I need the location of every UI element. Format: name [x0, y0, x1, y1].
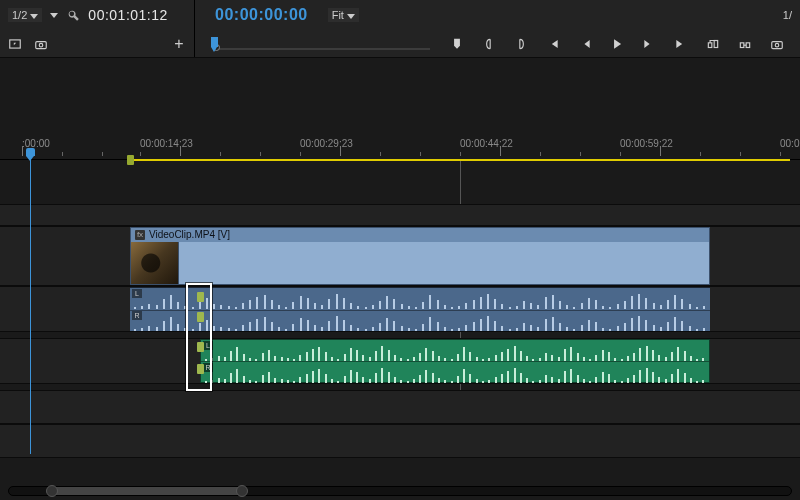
- waveform: [201, 363, 709, 383]
- lift-icon[interactable]: [706, 37, 720, 51]
- ruler-tick: [300, 152, 301, 156]
- zoom-fit-select[interactable]: Fit: [328, 8, 359, 22]
- go-to-in-icon[interactable]: [546, 37, 560, 51]
- chevron-down-icon: [30, 14, 38, 19]
- step-forward-icon[interactable]: [642, 37, 656, 51]
- scroll-cap-left[interactable]: [46, 485, 58, 497]
- track-a3[interactable]: [0, 390, 800, 424]
- tool-row-left: +: [0, 30, 195, 57]
- ruler-tick: [620, 152, 621, 156]
- program-scrub-area[interactable]: [195, 30, 800, 58]
- ruler-tick: [102, 152, 103, 156]
- export-frame-icon[interactable]: [8, 37, 22, 51]
- ruler-tick: [22, 146, 23, 156]
- playback-resolution-select[interactable]: 1/2: [8, 8, 42, 22]
- mark-out-icon[interactable]: [514, 37, 528, 51]
- video-clip-name: VideoClip.MP4 [V]: [149, 228, 230, 242]
- transport-controls: [450, 30, 784, 58]
- ruler-tick: [380, 152, 381, 156]
- source-left-controls: 1/2 00:01:01:12: [0, 0, 195, 30]
- program-position-readout[interactable]: 00:00:00:00: [215, 6, 308, 24]
- keyframe-marker[interactable]: [197, 292, 204, 302]
- work-area-start-handle[interactable]: [127, 155, 134, 165]
- ruler-label: 00:01:14:22: [780, 138, 800, 149]
- go-to-out-icon[interactable]: [674, 37, 688, 51]
- scroll-thumb[interactable]: [52, 487, 242, 495]
- ruler-tick: [740, 152, 741, 156]
- settings-wrench-icon[interactable]: [66, 8, 80, 22]
- chevron-down-icon[interactable]: [50, 13, 58, 18]
- extract-icon[interactable]: [738, 37, 752, 51]
- ruler-tick: [500, 146, 501, 156]
- video-clip[interactable]: fx VideoClip.MP4 [V]: [130, 227, 710, 285]
- svg-point-9: [775, 43, 779, 47]
- ruler-label: 00:00:59:22: [620, 138, 673, 149]
- track-v2[interactable]: [0, 204, 800, 226]
- svg-rect-7: [746, 42, 750, 47]
- track-a1[interactable]: L R: [0, 286, 800, 332]
- ruler-tick: [420, 152, 421, 156]
- svg-marker-1: [14, 42, 16, 44]
- ruler-tick: [700, 152, 701, 156]
- ruler-label: 00:00:14:23: [140, 138, 193, 149]
- mark-in-icon[interactable]: [482, 37, 496, 51]
- keyframe-marker[interactable]: [197, 364, 204, 374]
- video-clip-header: fx VideoClip.MP4 [V]: [131, 228, 709, 242]
- button-editor-plus-icon[interactable]: +: [172, 37, 186, 51]
- step-back-icon[interactable]: [578, 37, 592, 51]
- svg-point-3: [39, 43, 43, 47]
- track-v1[interactable]: fx VideoClip.MP4 [V]: [0, 226, 800, 286]
- ruler-tick: [660, 146, 661, 156]
- ruler-tick: [340, 146, 341, 156]
- ruler-label: 00:00:44:22: [460, 138, 513, 149]
- keyframe-marker[interactable]: [197, 342, 204, 352]
- source-duration-readout: 00:01:01:12: [88, 7, 167, 23]
- ruler-label: 00:00:29:23: [300, 138, 353, 149]
- audio-clip-1[interactable]: L R: [130, 287, 710, 331]
- waveform: [130, 311, 710, 331]
- playhead-line[interactable]: [30, 153, 31, 454]
- ruler-tick: [62, 152, 63, 156]
- waveform: [201, 341, 709, 361]
- timeline-horizontal-scrollbar[interactable]: [8, 486, 792, 496]
- waveform: [130, 289, 710, 309]
- source-right-readout: 1/: [783, 9, 800, 21]
- svg-rect-5: [714, 40, 718, 47]
- play-icon[interactable]: [610, 37, 624, 51]
- program-controls: 00:00:00:00 Fit: [195, 0, 359, 30]
- keyframe-marker[interactable]: [197, 312, 204, 322]
- work-area-bar[interactable]: [130, 159, 790, 161]
- svg-rect-4: [708, 42, 712, 47]
- audio-clip-2[interactable]: L R: [200, 339, 710, 383]
- clip-thumbnail: [131, 242, 179, 284]
- scrub-track[interactable]: [213, 48, 430, 50]
- ruler-tick: [780, 152, 781, 156]
- add-marker-icon[interactable]: [450, 37, 464, 51]
- ruler-tick: [140, 152, 141, 156]
- fx-badge-icon: fx: [135, 230, 145, 240]
- svg-rect-6: [740, 42, 744, 47]
- timeline-ruler[interactable]: :00:0000:00:14:2300:00:29:2300:00:44:220…: [0, 138, 800, 160]
- scrub-playhead[interactable]: [211, 37, 218, 47]
- ruler-tick: [260, 152, 261, 156]
- export-frame-icon[interactable]: [770, 37, 784, 51]
- monitor-tool-row: +: [0, 30, 800, 58]
- camera-icon[interactable]: [34, 37, 48, 51]
- svg-rect-8: [772, 41, 783, 48]
- ruler-tick: [220, 152, 221, 156]
- track-a4[interactable]: [0, 424, 800, 458]
- source-monitor-bar: 1/2 00:01:01:12 00:00:00:00 Fit 1/: [0, 0, 800, 30]
- svg-rect-2: [36, 41, 47, 48]
- chevron-down-icon: [347, 14, 355, 19]
- ruler-tick: [540, 152, 541, 156]
- ruler-tick: [180, 146, 181, 156]
- track-a2[interactable]: L R: [0, 338, 800, 384]
- ruler-tick: [460, 152, 461, 156]
- playhead-head-icon[interactable]: [26, 148, 35, 156]
- ruler-tick: [580, 152, 581, 156]
- timeline-panel: :00:0000:00:14:2300:00:29:2300:00:44:220…: [0, 58, 800, 500]
- scroll-cap-right[interactable]: [236, 485, 248, 497]
